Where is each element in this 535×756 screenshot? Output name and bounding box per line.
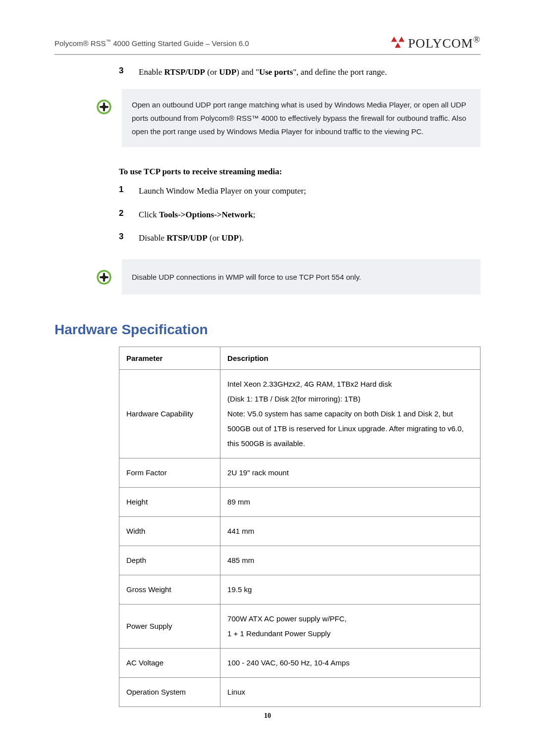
table-wrap: Parameter Description Hardware Capabilit…	[119, 347, 481, 707]
step-number: 1	[119, 185, 127, 198]
content-area: 3 Enable RTSP/UDP (or UDP) and "Use port…	[119, 66, 481, 295]
cell-description: 485 mm	[220, 546, 481, 575]
step-number: 3	[119, 66, 127, 79]
table-row: Gross Weight19.5 kg	[119, 575, 481, 604]
cell-parameter: Operation System	[119, 677, 220, 706]
table-header-row: Parameter Description	[119, 347, 481, 369]
cell-description: Linux	[220, 677, 481, 706]
svg-point-14	[102, 275, 106, 279]
table-row: Height89 mm	[119, 487, 481, 516]
tcp-step-2: 2 Click Tools->Options->Network;	[119, 208, 481, 221]
cell-description: Intel Xeon 2.33GHzx2, 4G RAM, 1TBx2 Hard…	[220, 369, 481, 458]
tcp-step-1: 1 Launch Window Media Player on your com…	[119, 185, 481, 198]
cell-parameter: AC Voltage	[119, 648, 220, 677]
hardware-spec-table: Parameter Description Hardware Capabilit…	[119, 347, 481, 707]
polycom-triangles-icon	[390, 36, 405, 50]
table-row: Form Factor2U 19" rack mount	[119, 458, 481, 487]
step-text: Disable RTSP/UDP (or UDP).	[139, 232, 244, 245]
col-parameter: Parameter	[119, 347, 220, 369]
cell-description: 2U 19" rack mount	[220, 458, 481, 487]
svg-point-8	[102, 105, 106, 109]
cell-parameter: Width	[119, 516, 220, 546]
svg-marker-1	[398, 37, 404, 42]
step-number: 2	[119, 208, 127, 221]
step-text: Launch Window Media Player on your compu…	[139, 185, 306, 198]
page: Polycom® RSS™ 4000 Getting Started Guide…	[0, 0, 535, 756]
table-row: Hardware CapabilityIntel Xeon 2.33GHzx2,…	[119, 369, 481, 458]
cell-description: 441 mm	[220, 516, 481, 546]
note-block-1: Open an outbound UDP port range matching…	[96, 89, 481, 147]
page-number: 10	[54, 712, 481, 720]
brand-text: POLYCOM®	[408, 35, 481, 51]
header-title: Polycom® RSS™ 4000 Getting Started Guide…	[54, 38, 249, 48]
cell-parameter: Gross Weight	[119, 575, 220, 604]
col-description: Description	[220, 347, 481, 369]
cell-parameter: Form Factor	[119, 458, 220, 487]
note-text: Open an outbound UDP port range matching…	[122, 89, 481, 147]
tcp-heading: To use TCP ports to receive streaming me…	[119, 167, 481, 177]
page-header: Polycom® RSS™ 4000 Getting Started Guide…	[54, 35, 481, 55]
table-row: Power Supply700W ATX AC power supply w/P…	[119, 604, 481, 648]
step-3: 3 Enable RTSP/UDP (or UDP) and "Use port…	[119, 66, 481, 79]
note-block-2: Disable UDP connections in WMP will forc…	[96, 259, 481, 295]
cell-description: 89 mm	[220, 487, 481, 516]
step-number: 3	[119, 232, 127, 245]
step-text: Click Tools->Options->Network;	[139, 208, 256, 221]
cell-parameter: Depth	[119, 546, 220, 575]
table-row: Width441 mm	[119, 516, 481, 546]
cell-description: 100 - 240 VAC, 60-50 Hz, 10-4 Amps	[220, 648, 481, 677]
section-title-hardware-spec: Hardware Specification	[54, 322, 481, 338]
brand-logo: POLYCOM®	[390, 35, 481, 51]
cell-parameter: Hardware Capability	[119, 369, 220, 458]
header-text: Polycom® RSS™ 4000 Getting Started Guide…	[54, 39, 249, 48]
cell-parameter: Power Supply	[119, 604, 220, 648]
table-row: Depth485 mm	[119, 546, 481, 575]
table-row: Operation SystemLinux	[119, 677, 481, 706]
table-row: AC Voltage100 - 240 VAC, 60-50 Hz, 10-4 …	[119, 648, 481, 677]
cell-description: 700W ATX AC power supply w/PFC,1 + 1 Red…	[220, 604, 481, 648]
note-icon	[96, 269, 112, 285]
svg-marker-0	[391, 37, 397, 42]
step-text: Enable RTSP/UDP (or UDP) and "Use ports"…	[139, 66, 387, 79]
note-icon	[96, 99, 112, 115]
note-text: Disable UDP connections in WMP will forc…	[122, 259, 481, 295]
tcp-step-3: 3 Disable RTSP/UDP (or UDP).	[119, 232, 481, 245]
svg-marker-2	[395, 43, 401, 48]
cell-parameter: Height	[119, 487, 220, 516]
cell-description: 19.5 kg	[220, 575, 481, 604]
